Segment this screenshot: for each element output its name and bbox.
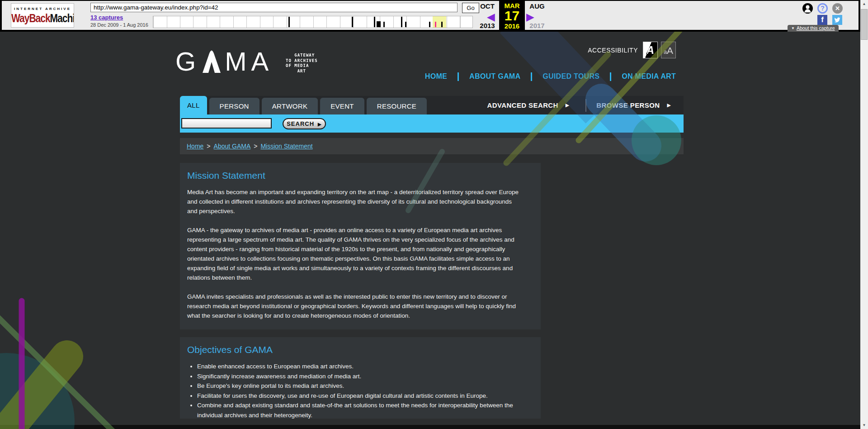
timeline-capture-bar[interactable] bbox=[288, 17, 290, 27]
search-arrow-icon: ▶ bbox=[318, 122, 322, 127]
wayback-word: WayBack bbox=[11, 11, 50, 24]
accessibility-controls: ACCESSIBILITY A aA bbox=[588, 42, 676, 58]
next-year-label[interactable]: 2017 bbox=[526, 22, 548, 29]
twitter-bird-icon bbox=[834, 16, 841, 24]
nav-on-media-art[interactable]: ON MEDIA ART bbox=[611, 72, 676, 81]
logo-letter-a2: A bbox=[251, 46, 273, 76]
timeline-capture-bar[interactable] bbox=[405, 22, 406, 27]
gama-tagline: GATEWAY TO ARCHIVES OF MEDIA ART bbox=[286, 53, 318, 74]
mission-paragraph-2: GAMA - the gateway to archives of media … bbox=[187, 225, 520, 282]
objective-item: Significantly increase awareness and med… bbox=[197, 372, 527, 381]
actions-divider bbox=[585, 99, 586, 112]
mission-paragraph-1: Media Art has become an important and ex… bbox=[187, 187, 520, 216]
previous-capture-arrow[interactable]: ◀ bbox=[487, 12, 495, 21]
tab-resource[interactable]: RESOURCE bbox=[367, 98, 427, 114]
objective-item: Facilitate for users the discovery, use … bbox=[197, 391, 527, 401]
about-this-capture-label: About this capture bbox=[797, 25, 835, 31]
gama-page: G M A GATEWAY TO ARCHIVES OF MEDIA ART A… bbox=[0, 32, 860, 429]
wayback-toolbar-inner: INTERNET ARCHIVE WayBackMachine Go 13 ca… bbox=[2, 1, 859, 30]
breadcrumb-about-gama[interactable]: About GAMA bbox=[214, 143, 251, 150]
captures-timeline[interactable] bbox=[153, 16, 473, 28]
prev-year-label[interactable]: 2013 bbox=[476, 22, 498, 29]
search-button-label: SEARCH bbox=[287, 120, 314, 127]
timeline-capture-bar[interactable] bbox=[383, 22, 385, 27]
next-capture-arrow[interactable]: ▶ bbox=[526, 12, 534, 21]
scroll-up-arrow[interactable]: ▲ bbox=[860, 0, 868, 8]
logo-filled-a-icon bbox=[201, 49, 222, 73]
search-tabs-band: ALL PERSON ARTWORK EVENT RESOURCE ADVANC… bbox=[180, 96, 684, 114]
timeline-capture-bar[interactable] bbox=[352, 17, 353, 27]
tab-all[interactable]: ALL bbox=[180, 96, 207, 114]
objective-item: Be Europe's key online portal to its med… bbox=[197, 381, 527, 391]
scroll-down-arrow[interactable]: ▼ bbox=[860, 421, 868, 429]
captures-count-link[interactable]: 13 captures bbox=[90, 14, 123, 21]
about-this-capture[interactable]: ▼About this capture bbox=[788, 25, 839, 32]
next-month-label: AUG bbox=[526, 2, 548, 10]
machine-word: Machine bbox=[50, 11, 74, 24]
timeline-capture-bar[interactable] bbox=[377, 21, 381, 27]
objectives-list: Enable enhanced access to European media… bbox=[190, 362, 533, 420]
logo-letter-m: M bbox=[225, 46, 251, 76]
breadcrumb-mission-statement[interactable]: Mission Statement bbox=[260, 143, 312, 150]
help-icon[interactable]: ? bbox=[817, 3, 828, 14]
close-toolbar-icon[interactable]: ✕ bbox=[832, 3, 843, 14]
tab-event[interactable]: EVENT bbox=[320, 98, 364, 114]
timeline-capture-bar[interactable] bbox=[429, 22, 430, 27]
timeline-capture-bar[interactable] bbox=[441, 22, 443, 27]
scrollbar-thumb[interactable] bbox=[861, 9, 868, 40]
logo-letter-g: G bbox=[175, 46, 200, 76]
breadcrumb: Home > About GAMA > Mission Statement bbox=[180, 138, 684, 154]
breadcrumb-separator: > bbox=[207, 143, 210, 150]
current-capture-date: MAR 17 2016 bbox=[499, 1, 525, 30]
current-day-label: 17 bbox=[499, 10, 525, 22]
timeline-capture-bar[interactable] bbox=[374, 17, 375, 27]
timeline-capture-bar[interactable] bbox=[401, 17, 402, 27]
text-size-large-glyph: A bbox=[667, 45, 673, 56]
text-size-button[interactable]: aA bbox=[661, 42, 676, 58]
search-button[interactable]: SEARCH▶ bbox=[283, 118, 326, 129]
advanced-search-arrow-icon: ▶ bbox=[566, 102, 569, 108]
captures-date-range: 28 Dec 2009 - 1 Aug 2016 bbox=[90, 22, 148, 28]
chevron-down-icon: ▼ bbox=[791, 26, 795, 30]
tab-artwork[interactable]: ARTWORK bbox=[262, 98, 318, 114]
browser-scrollbar[interactable]: ▲ ▼ bbox=[860, 0, 868, 429]
objective-item: Enable enhanced access to European media… bbox=[197, 362, 527, 372]
browse-person-arrow-icon: ▶ bbox=[667, 102, 671, 108]
current-year-label: 2016 bbox=[499, 22, 525, 30]
advanced-search-link[interactable]: ADVANCED SEARCH bbox=[487, 101, 558, 109]
search-category-tabs: ALL PERSON ARTWORK EVENT RESOURCE bbox=[180, 96, 429, 114]
nav-guided-tours[interactable]: GUIDED TOURS bbox=[532, 72, 610, 81]
breadcrumb-home[interactable]: Home bbox=[187, 143, 203, 150]
mission-title: Mission Statement bbox=[187, 170, 533, 181]
gama-logo[interactable]: G M A bbox=[175, 46, 273, 76]
search-extra-actions: ADVANCED SEARCH ▶ BROWSE PERSON ▶ bbox=[487, 96, 684, 114]
mission-paragraph-3: GAMA invites specialists and professiona… bbox=[187, 292, 520, 320]
facebook-share-icon[interactable]: f bbox=[817, 15, 827, 25]
prev-month-label: OCT bbox=[476, 2, 498, 10]
nav-about-gama[interactable]: ABOUT GAMA bbox=[459, 72, 531, 81]
objective-item: Combine and adapt existing standard and … bbox=[197, 400, 527, 420]
person-icon bbox=[802, 3, 813, 14]
profile-icon[interactable] bbox=[802, 3, 813, 14]
main-navigation: HOME ABOUT GAMA GUIDED TOURS ON MEDIA AR… bbox=[415, 71, 676, 82]
tab-person[interactable]: PERSON bbox=[209, 98, 259, 114]
wayback-machine-logo[interactable]: INTERNET ARCHIVE WayBackMachine bbox=[11, 3, 74, 28]
mission-statement-panel: Mission Statement Media Art has become a… bbox=[180, 163, 541, 329]
wayback-url-input[interactable] bbox=[90, 3, 458, 12]
wayback-machine-wordmark: WayBackMachine bbox=[11, 11, 74, 25]
breadcrumb-separator: > bbox=[254, 143, 257, 150]
objectives-title: Objectives of GAMA bbox=[187, 344, 533, 355]
accessibility-label: ACCESSIBILITY bbox=[588, 47, 638, 54]
browse-person-link[interactable]: BROWSE PERSON bbox=[596, 101, 660, 109]
nav-home[interactable]: HOME bbox=[415, 72, 458, 81]
twitter-share-icon[interactable] bbox=[832, 15, 842, 25]
timeline-capture-bar[interactable] bbox=[435, 22, 436, 27]
search-bar: SEARCH▶ bbox=[180, 114, 684, 133]
internet-archive-label: INTERNET ARCHIVE bbox=[11, 7, 74, 11]
contrast-icon: A bbox=[646, 44, 654, 56]
contrast-toggle-button[interactable]: A bbox=[643, 42, 658, 58]
search-input[interactable] bbox=[181, 118, 272, 129]
wayback-toolbar: INTERNET ARCHIVE WayBackMachine Go 13 ca… bbox=[0, 0, 860, 32]
page-bottom-strip bbox=[0, 425, 860, 429]
objectives-panel: Objectives of GAMA Enable enhanced acces… bbox=[180, 337, 541, 419]
